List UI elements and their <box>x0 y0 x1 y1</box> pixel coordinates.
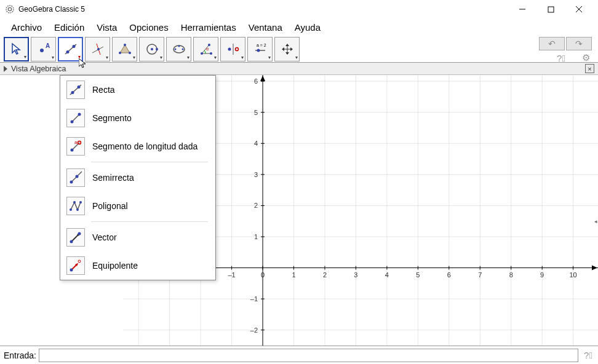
menu-archivo[interactable]: Archivo <box>5 20 48 35</box>
svg-point-10 <box>66 50 69 53</box>
close-window-button[interactable] <box>565 0 593 18</box>
tool-polygon[interactable]: ▾ <box>112 37 137 61</box>
svg-text:6: 6 <box>254 77 258 85</box>
svg-rect-3 <box>548 7 554 12</box>
input-help-icon[interactable]: ?⃝ <box>582 349 594 362</box>
toolbar: ▾ A ▾ ▾ ▾ ▾ ▾ ▾ α ▾ ▾ a = 2 ▾ ▾ ↶ <box>0 36 598 63</box>
tool-move-view[interactable]: ▾ <box>274 37 300 61</box>
vector-from-point-icon <box>66 256 85 275</box>
tool-move[interactable]: ▾ <box>4 37 29 61</box>
menu-vista[interactable]: Vista <box>90 20 123 35</box>
tool-conic[interactable]: ▾ <box>166 37 191 61</box>
svg-point-127 <box>70 208 72 211</box>
svg-text:4: 4 <box>254 140 258 147</box>
dropdown-item-segment-fixed[interactable]: aSegmento de longitud dada <box>60 132 215 160</box>
tool-point[interactable]: A ▾ <box>31 37 56 61</box>
minimize-button[interactable] <box>508 0 536 18</box>
menu-ventana[interactable]: Ventana <box>242 20 289 35</box>
algebra-panel-header[interactable]: Vista Algebraica × <box>0 63 598 75</box>
svg-point-0 <box>6 6 14 13</box>
svg-point-24 <box>181 48 183 50</box>
vector-icon <box>66 228 85 247</box>
panel-caret-icon <box>4 66 7 72</box>
svg-text:3: 3 <box>354 271 357 279</box>
dropdown-item-label: Semirrecta <box>92 173 134 183</box>
svg-point-115 <box>71 91 74 94</box>
dropdown-item-label: Equipolente <box>92 261 138 271</box>
side-handle[interactable]: ◂ <box>593 216 598 226</box>
svg-text:7: 7 <box>478 271 482 279</box>
redo-button[interactable]: ↷ <box>566 37 592 50</box>
segment-fixed-icon: a <box>66 137 85 156</box>
svg-text:8: 8 <box>509 271 513 279</box>
svg-text:9: 9 <box>540 271 544 279</box>
svg-point-118 <box>71 121 74 124</box>
svg-text:4: 4 <box>385 271 389 279</box>
svg-point-25 <box>178 45 180 47</box>
svg-text:2: 2 <box>254 202 258 209</box>
menu-opciones[interactable]: Opciones <box>123 20 174 35</box>
svg-text:5: 5 <box>254 109 258 116</box>
svg-text:0: 0 <box>261 271 265 279</box>
svg-point-23 <box>174 48 176 50</box>
tool-line[interactable]: ▾ <box>58 37 83 61</box>
svg-text:1: 1 <box>254 233 258 240</box>
dropdown-item-line[interactable]: Recta <box>60 76 215 104</box>
svg-text:10: 10 <box>570 271 577 279</box>
svg-point-33 <box>228 47 231 50</box>
svg-line-117 <box>72 114 79 122</box>
window-title: GeoGebra Classic 5 <box>18 5 508 14</box>
tool-special-line[interactable]: ▾ <box>85 37 110 61</box>
svg-point-36 <box>257 49 260 52</box>
svg-text:α: α <box>206 47 209 51</box>
help-icon[interactable]: ?⃝ <box>555 52 567 64</box>
dropdown-item-label: Segmento <box>92 113 132 123</box>
svg-point-121 <box>71 149 74 152</box>
dropdown-item-vector-from-point[interactable]: Equipolente <box>60 251 215 280</box>
window-titlebar: GeoGebra Classic 5 <box>0 0 598 18</box>
menubar: Archivo Edición Vista Opciones Herramien… <box>0 18 598 36</box>
tool-slider[interactable]: a = 2 ▾ <box>247 37 273 61</box>
undo-button[interactable]: ↶ <box>539 37 565 50</box>
svg-point-29 <box>210 52 212 55</box>
dropdown-item-label: Recta <box>92 85 115 95</box>
panel-close-button[interactable]: × <box>585 64 594 73</box>
main-area: –4–3–2–1012345678910–2–1123456 RectaSegm… <box>0 75 598 346</box>
line-tool-dropdown: RectaSegmentoaSegmento de longitud dadaS… <box>60 75 216 280</box>
ray-icon <box>66 168 85 187</box>
svg-text:a: a <box>74 140 78 145</box>
polyline-icon <box>66 197 85 215</box>
svg-point-137 <box>70 269 73 272</box>
menu-ayuda[interactable]: Ayuda <box>289 20 327 35</box>
line-icon <box>66 81 85 99</box>
svg-point-129 <box>76 208 79 211</box>
dropdown-item-label: Segmento de longitud dada <box>92 141 197 151</box>
command-input[interactable] <box>39 349 578 362</box>
dropdown-item-label: Poligonal <box>92 201 128 211</box>
dropdown-item-ray[interactable]: Semirrecta <box>60 164 215 192</box>
dropdown-item-polyline[interactable]: Poligonal <box>60 192 215 220</box>
svg-point-16 <box>124 44 126 46</box>
menu-edicion[interactable]: Edición <box>48 20 90 35</box>
svg-point-28 <box>201 52 203 55</box>
tool-circle[interactable]: ▾ <box>139 37 164 61</box>
svg-point-18 <box>119 52 121 54</box>
dropdown-item-vector[interactable]: Vector <box>60 223 215 251</box>
svg-point-21 <box>156 48 158 50</box>
svg-point-128 <box>73 201 76 204</box>
menu-herramientas[interactable]: Herramientas <box>175 20 242 35</box>
tool-angle[interactable]: α ▾ <box>193 37 218 61</box>
svg-text:–1: –1 <box>228 271 235 279</box>
svg-text:2: 2 <box>323 271 327 279</box>
svg-text:6: 6 <box>447 271 451 279</box>
dropdown-item-segment[interactable]: Segmento <box>60 104 215 132</box>
svg-point-34 <box>235 47 238 50</box>
svg-point-14 <box>97 48 100 50</box>
svg-point-125 <box>70 181 73 184</box>
svg-point-17 <box>129 52 131 54</box>
window-controls <box>508 0 593 18</box>
maximize-button[interactable] <box>536 0 565 18</box>
svg-point-20 <box>151 48 153 50</box>
tool-reflect[interactable]: ▾ <box>220 37 245 61</box>
gear-icon[interactable]: ⚙ <box>580 52 592 64</box>
